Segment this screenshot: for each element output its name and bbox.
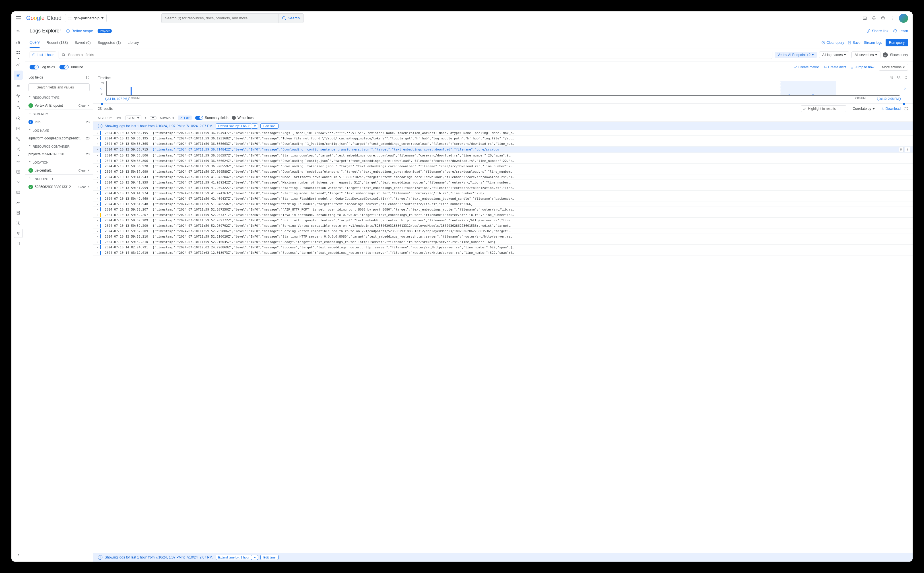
log-row[interactable]: › 2024-07-10 13:59:36.928 {"timestamp":"… xyxy=(93,164,913,169)
nav-storage-icon[interactable] xyxy=(14,208,23,218)
expand-icon[interactable]: › xyxy=(95,224,99,228)
expand-icon[interactable]: › xyxy=(95,164,99,168)
copy-button[interactable]: ⎘ xyxy=(899,147,904,152)
tab-suggested[interactable]: Suggested (1) xyxy=(98,38,121,47)
log-row[interactable]: › 2024-07-10 13:59:41.959 {"timestamp":"… xyxy=(93,180,913,185)
nav-integrations-icon[interactable] xyxy=(14,48,23,57)
log-row[interactable]: › 2024-07-10 13:59:52.207 {"timestamp":"… xyxy=(93,207,913,212)
wrap-lines-toggle[interactable]: – Wrap lines xyxy=(232,116,253,120)
log-name-item[interactable]: aiplatform.googleapis.com/prediction_co.… xyxy=(25,135,93,142)
expand-icon[interactable]: › xyxy=(95,208,99,211)
expand-icon[interactable]: › xyxy=(95,159,99,163)
extend-time-button[interactable]: Extend time by: 1 hour xyxy=(216,555,252,560)
log-row[interactable]: › 2024-07-10 13:59:52.210 {"timestamp":"… xyxy=(93,239,913,245)
nav-synthetic-icon[interactable] xyxy=(14,144,23,153)
close-icon[interactable]: × xyxy=(88,103,90,108)
severity-indicator[interactable] xyxy=(100,131,101,135)
nav-groups-icon[interactable] xyxy=(14,229,23,238)
edit-time-button[interactable]: Edit time xyxy=(260,124,279,128)
range-end-handle[interactable] xyxy=(903,103,905,105)
severity-indicator[interactable] xyxy=(100,148,101,152)
create-metric-button[interactable]: Create metric xyxy=(794,65,819,69)
clear-filter[interactable]: Clear xyxy=(78,169,86,172)
share-link-button[interactable]: Share link xyxy=(866,29,888,33)
expand-icon[interactable]: › xyxy=(95,170,99,174)
show-query-link[interactable]: Show query xyxy=(890,53,908,57)
severity-indicator[interactable] xyxy=(100,175,101,179)
global-search-button[interactable]: Search xyxy=(278,14,303,23)
extend-time-dropdown[interactable] xyxy=(252,555,258,560)
expand-icon[interactable]: › xyxy=(95,229,99,233)
edit-time-button[interactable]: Edit time xyxy=(260,555,279,560)
clear-query-button[interactable]: Clear query xyxy=(821,41,844,45)
log-row[interactable]: › 2024-07-10 13:59:36.715 {"timestamp":"… xyxy=(93,147,913,153)
more-actions-button[interactable]: More actions xyxy=(879,64,908,70)
extend-time-dropdown[interactable] xyxy=(252,124,258,128)
log-row[interactable]: › 2024-07-10 13:59:36.195 {"timestamp":"… xyxy=(93,130,913,136)
help-icon[interactable] xyxy=(881,16,885,20)
nav-diagnose-icon[interactable] xyxy=(14,167,23,176)
nav-slo-icon[interactable] xyxy=(14,134,23,143)
expand-icon[interactable]: › xyxy=(95,131,99,135)
learn-button[interactable]: Learn xyxy=(893,29,908,33)
fields-search-input[interactable] xyxy=(28,83,90,91)
expand-icon[interactable]: › xyxy=(95,148,99,151)
panel-resize-icon[interactable]: ⟨ ⟩ xyxy=(86,75,90,79)
sort-asc-icon[interactable]: ↑ xyxy=(145,116,147,119)
refine-scope-button[interactable]: Refine scope xyxy=(66,29,93,33)
endpoint-id-section[interactable]: ⌃ ENDPOINT ID xyxy=(25,175,93,183)
resource-container-item[interactable]: projects/755607090520 23 xyxy=(25,150,93,158)
nav-settings-icon[interactable] xyxy=(14,219,23,228)
clear-filter[interactable]: Clear xyxy=(78,104,86,107)
log-row[interactable]: › 2024-07-10 13:59:41.974 {"timestamp":"… xyxy=(93,191,913,196)
log-row[interactable]: › 2024-07-10 13:59:52.209 {"timestamp":"… xyxy=(93,218,913,223)
resource-filter-chip[interactable]: Vertex AI Endpoint +2 xyxy=(775,52,817,58)
expand-icon[interactable]: › xyxy=(95,186,99,190)
nav-detect-icon[interactable] xyxy=(14,157,23,166)
severity-indicator[interactable] xyxy=(100,169,101,174)
timeline-prev-button[interactable]: ‹ xyxy=(98,86,104,92)
nav-menu-button[interactable] xyxy=(16,15,23,22)
severity-indicator[interactable] xyxy=(100,250,101,255)
expand-icon[interactable]: › xyxy=(95,213,99,217)
log-row[interactable]: › 2024-07-10 13:59:41.959 {"timestamp":"… xyxy=(93,185,913,191)
severity-indicator[interactable] xyxy=(100,202,101,206)
log-name-section[interactable]: ⌃ LOG NAME xyxy=(25,126,93,135)
expand-icon[interactable]: › xyxy=(95,219,99,222)
nav-logs-icon[interactable] xyxy=(14,70,23,80)
expand-icon[interactable]: › xyxy=(95,240,99,244)
expand-icon[interactable]: › xyxy=(95,136,99,140)
severity-indicator[interactable] xyxy=(100,229,101,233)
summary-fields-toggle[interactable]: Summary fields xyxy=(195,116,228,120)
severity-section[interactable]: ⌃ SEVERITY xyxy=(25,110,93,118)
expand-icon[interactable]: › xyxy=(95,235,99,238)
log-row[interactable]: › 2024-07-10 13:59:52.207 {"timestamp":"… xyxy=(93,212,913,218)
severity-indicator[interactable] xyxy=(100,213,101,217)
severity-indicator[interactable] xyxy=(100,207,101,211)
severity-indicator[interactable] xyxy=(100,186,101,190)
location-section[interactable]: ⌃ LOCATION xyxy=(25,158,93,166)
global-search-input[interactable] xyxy=(162,14,278,22)
resource-type-item[interactable]: ✓ Vertex AI Endpoint Clear × xyxy=(25,102,93,110)
expand-icon[interactable]: › xyxy=(95,181,99,184)
log-row[interactable]: › 2024-07-10 13:59:36.195 {"timestamp":"… xyxy=(93,136,913,141)
severities-dropdown[interactable]: All severities xyxy=(852,52,880,58)
nav-alerting-icon[interactable] xyxy=(14,103,23,113)
more-menu-icon[interactable] xyxy=(890,16,894,20)
google-cloud-logo[interactable]: Google Cloud xyxy=(26,15,61,21)
nav-dashboards-icon[interactable] xyxy=(14,38,23,47)
notifications-icon[interactable] xyxy=(872,16,876,20)
severity-indicator[interactable] xyxy=(100,235,101,238)
severity-indicator[interactable] xyxy=(100,240,101,244)
stream-logs-button[interactable]: Stream logs xyxy=(864,41,882,45)
severity-indicator[interactable] xyxy=(100,197,101,200)
nav-overview-icon[interactable] xyxy=(14,27,23,36)
download-button[interactable]: Download xyxy=(881,107,901,111)
search-fields-input[interactable] xyxy=(68,53,769,57)
log-row[interactable]: › 2024-07-10 13:59:52.209 {"timestamp":"… xyxy=(93,223,913,229)
hide-similar-button[interactable]: – xyxy=(883,52,888,58)
expand-icon[interactable]: › xyxy=(95,142,99,146)
zoom-in-icon[interactable] xyxy=(890,75,894,79)
resource-type-section[interactable]: ⌃ RESOURCE TYPE xyxy=(25,93,93,102)
log-row[interactable]: › 2024-07-10 13:59:37.099 {"timestamp":"… xyxy=(93,169,913,174)
